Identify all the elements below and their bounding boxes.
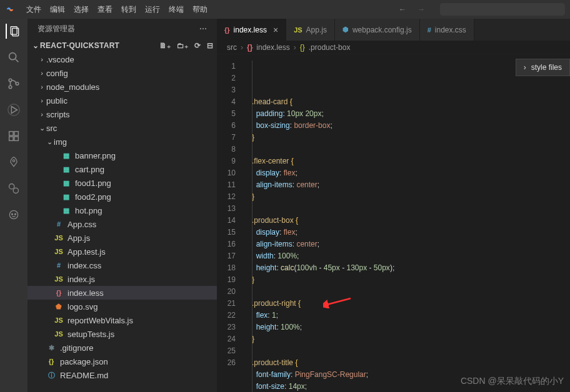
editor-tabs: {}index.less×JSApp.js⬢webpack.config.js#…: [217, 19, 570, 41]
img-file-icon: ▦: [61, 150, 71, 160]
folder-item[interactable]: ⌄src: [28, 121, 217, 135]
explorer-icon[interactable]: [6, 24, 21, 39]
folder-item[interactable]: ›node_modules: [28, 80, 217, 94]
editor-tab[interactable]: #index.css: [420, 19, 474, 41]
svg-point-18: [15, 213, 16, 215]
menu-item[interactable]: 选择: [74, 4, 89, 15]
menu-item[interactable]: 转到: [121, 4, 136, 15]
breadcrumb[interactable]: src › {} index.less › {} .product-box: [217, 41, 570, 54]
svg-point-2: [9, 53, 16, 60]
editor-tab[interactable]: ⬢webpack.config.js: [335, 19, 420, 41]
explorer-more-icon[interactable]: ⋯: [199, 24, 207, 33]
menu-item[interactable]: 终端: [169, 4, 184, 15]
item-label: config: [46, 69, 68, 78]
folder-item[interactable]: ⌄img: [28, 135, 217, 149]
svg-rect-10: [14, 132, 18, 135]
file-item[interactable]: JSsetupTests.js: [28, 327, 217, 341]
js-file-icon: JS: [54, 247, 64, 257]
file-item[interactable]: ✱.gitignore: [28, 341, 217, 355]
file-item[interactable]: ⬟logo.svg: [28, 300, 217, 313]
item-label: package.json: [60, 357, 108, 366]
file-item[interactable]: ▦food1.png: [28, 176, 217, 190]
folder-item[interactable]: ›.vscode: [28, 52, 217, 66]
item-label: cart.png: [75, 165, 104, 174]
project-root[interactable]: ⌄ REACT-QUICKSTART 🗎₊ 🗀₊ ⟳ ⊟: [28, 39, 217, 52]
menu-item[interactable]: 帮助: [192, 4, 208, 15]
rocket-icon[interactable]: [6, 155, 21, 170]
folder-item[interactable]: ›public: [28, 94, 217, 107]
new-folder-icon[interactable]: 🗀₊: [177, 41, 188, 50]
robot-icon[interactable]: [6, 207, 21, 222]
file-item[interactable]: ▦banner.png: [28, 149, 217, 162]
code-content: .head-card { padding: 10px 20px; box-siz…: [247, 61, 570, 392]
menu-item[interactable]: 文件: [26, 4, 41, 15]
item-label: App.css: [68, 220, 96, 229]
chevron-right-icon: ›: [524, 63, 526, 72]
close-icon[interactable]: ×: [273, 25, 278, 35]
file-item[interactable]: ▦cart.png: [28, 162, 217, 176]
file-item[interactable]: #App.css: [28, 217, 217, 231]
file-item[interactable]: ▦food2.png: [28, 190, 217, 203]
breadcrumb-item: src: [227, 43, 237, 52]
file-item[interactable]: JSreportWebVitals.js: [28, 313, 217, 327]
css-file-icon: #: [428, 26, 431, 34]
item-label: App.js: [68, 233, 90, 243]
item-label: food1.png: [75, 179, 111, 188]
source-control-icon[interactable]: [6, 76, 21, 91]
circles-icon[interactable]: [6, 181, 21, 196]
file-item[interactable]: #index.css: [28, 258, 217, 272]
item-label: banner.png: [75, 151, 116, 160]
chevron-right-icon: ›: [38, 110, 46, 118]
item-label: index.less: [68, 288, 104, 298]
item-label: index.js: [68, 275, 95, 284]
md-file-icon: ⓘ: [46, 370, 56, 380]
file-item[interactable]: ⓘREADME.md: [28, 368, 217, 382]
css-file-icon: #: [54, 219, 64, 229]
breadcrumb-item: .product-box: [309, 43, 351, 52]
code-editor[interactable]: 1234567891011121314151617181920212223242…: [217, 54, 570, 392]
title-bar: 文件 编辑 选择 查看 转到 运行 终端 帮助 ← →: [0, 0, 570, 19]
refresh-icon[interactable]: ⟳: [194, 41, 201, 50]
folder-item[interactable]: ›scripts: [28, 107, 217, 121]
nav-forward-icon[interactable]: →: [418, 5, 425, 14]
activity-bar: [0, 19, 28, 392]
nav-back-icon[interactable]: ←: [399, 5, 406, 14]
chevron-right-icon: ›: [38, 97, 46, 104]
extensions-icon[interactable]: [6, 129, 21, 144]
img-file-icon: ▦: [61, 192, 71, 202]
style-files-dropdown[interactable]: › style files: [516, 59, 570, 76]
menu-item[interactable]: 运行: [145, 4, 160, 15]
chevron-right-icon: ›: [38, 83, 46, 91]
less-file-icon: {}: [247, 43, 252, 52]
js-file-icon: JS: [54, 274, 64, 284]
collapse-all-icon[interactable]: ⊟: [207, 41, 213, 50]
less-file-icon: {}: [224, 26, 230, 34]
new-file-icon[interactable]: 🗎₊: [159, 41, 171, 50]
file-item[interactable]: JSApp.js: [28, 231, 217, 245]
command-search-input[interactable]: [440, 3, 565, 16]
chevron-right-icon: ›: [38, 56, 46, 63]
item-label: index.css: [68, 261, 101, 270]
file-item[interactable]: ▦hot.png: [28, 203, 217, 217]
editor-tab[interactable]: {}index.less×: [217, 19, 286, 41]
run-debug-icon[interactable]: [6, 102, 21, 117]
menu-item[interactable]: 查看: [98, 4, 112, 15]
menu-item[interactable]: 编辑: [50, 4, 65, 15]
item-label: img: [54, 137, 67, 147]
app-logo-icon: [5, 4, 15, 14]
file-item[interactable]: JSApp.test.js: [28, 245, 217, 258]
svg-point-17: [12, 213, 13, 215]
chevron-down-icon: ⌄: [31, 41, 40, 50]
file-item[interactable]: JSindex.js: [28, 272, 217, 286]
js-file-icon: JS: [54, 329, 64, 339]
search-icon[interactable]: [6, 50, 21, 65]
file-item[interactable]: {}package.json: [28, 355, 217, 368]
svg-marker-7: [11, 107, 17, 114]
item-label: .vscode: [46, 55, 74, 64]
svg-point-13: [12, 160, 14, 162]
folder-item[interactable]: ›config: [28, 66, 217, 80]
file-item[interactable]: {}index.less: [28, 286, 217, 300]
img-file-icon: ▦: [61, 164, 71, 174]
editor-tab[interactable]: JSApp.js: [286, 19, 335, 41]
svg-point-5: [9, 86, 12, 89]
